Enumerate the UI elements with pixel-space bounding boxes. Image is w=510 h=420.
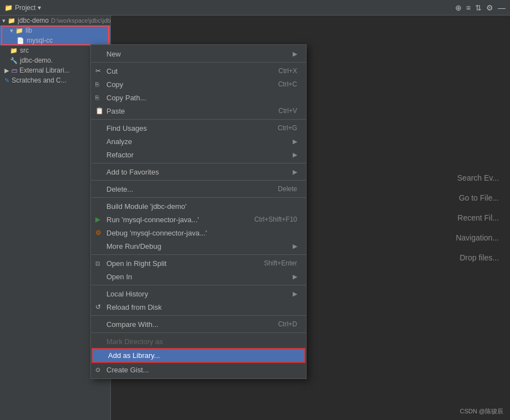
separator-9 (91, 332, 306, 333)
settings-icon[interactable]: ⚙ (486, 3, 493, 12)
jdbc-file-icon: 🔧 (10, 57, 18, 64)
gist-icon: ⊙ (95, 366, 100, 373)
paste-shortcut: Ctrl+V (267, 107, 297, 115)
hint-recent: Recent Fil... (456, 213, 499, 222)
lib-folder-icon: 📁 (16, 27, 23, 34)
delete-shortcut: Delete (267, 185, 297, 193)
toolbar: 📁 Project ▾ ⊕ ≡ ⇅ ⚙ — (0, 0, 510, 16)
cut-shortcut: Ctrl+X (267, 67, 297, 75)
refactor-arrow: ▶ (293, 151, 297, 158)
hint-nav: Navigation... (456, 233, 499, 242)
menu-item-add-favorites[interactable]: Add to Favorites ▶ (91, 165, 306, 178)
menu-item-build-module[interactable]: Build Module 'jdbc-demo' (91, 199, 306, 213)
copy-path-icon: ⎘ (95, 94, 99, 101)
menu-item-open-in[interactable]: Open In ▶ (91, 270, 306, 283)
menu-item-open-right[interactable]: ⊡ Open in Right Split Shift+Enter (91, 257, 306, 270)
find-usages-label: Find Usages (106, 124, 147, 132)
root-folder-icon: 📁 (8, 17, 16, 24)
menu-item-copy[interactable]: ⎘ Copy Ctrl+C (91, 78, 306, 91)
debug-label: Debug 'mysql-connector-java...' (106, 229, 207, 237)
copy-shortcut: Ctrl+C (267, 80, 297, 88)
collapse-icon[interactable]: ≡ (466, 3, 471, 12)
copy-label: Copy (106, 80, 123, 89)
local-history-arrow: ▶ (293, 290, 297, 298)
analyze-arrow: ▶ (293, 138, 297, 145)
menu-item-more-run[interactable]: More Run/Debug ▶ (91, 239, 306, 253)
mark-dir-label: Mark Directory as (106, 337, 163, 346)
expand-icon[interactable]: ⇅ (475, 3, 482, 12)
delete-label: Delete... (106, 185, 133, 193)
menu-item-cut[interactable]: ✂ Cut Ctrl+X (91, 64, 306, 78)
menu-item-run[interactable]: ▶ Run 'mysql-connector-java...' Ctrl+Shi… (91, 213, 306, 226)
root-label: jdbc-demo (18, 17, 49, 24)
open-right-icon: ⊡ (95, 260, 100, 267)
open-right-shortcut: Shift+Enter (253, 259, 297, 267)
compare-label: Compare With... (106, 320, 159, 329)
menu-item-create-gist[interactable]: ⊙ Create Gist... (91, 363, 306, 376)
copy-icon: ⎘ (95, 81, 99, 88)
open-right-label: Open in Right Split (106, 259, 166, 268)
cut-icon: ✂ (95, 67, 101, 75)
editor-hints: Search Ev... Go to File... Recent Fil...… (456, 173, 499, 262)
menu-item-mark-dir: Mark Directory as (91, 335, 306, 348)
separator-3 (91, 163, 306, 163)
copy-path-label: Copy Path... (106, 94, 146, 102)
reload-icon: ↺ (95, 303, 101, 311)
watermark: CSDN @陈骏辰 (460, 407, 503, 416)
menu-item-debug[interactable]: ⚙ Debug 'mysql-connector-java...' (91, 226, 306, 239)
tree-item-root[interactable]: ▾ 📁 jdbc-demo D:\workspace\jdbc\jdbc-dem… (0, 16, 110, 25)
menu-item-add-library[interactable]: Add as Library... (91, 348, 305, 363)
run-icon: ▶ (95, 216, 100, 223)
menu-item-new[interactable]: New ▶ (91, 47, 306, 60)
debug-icon: ⚙ (95, 229, 101, 237)
scratches-label: Scratches and C... (12, 76, 67, 84)
menu-item-refactor[interactable]: Refactor ▶ (91, 148, 306, 161)
jdbc-label: jdbc-demo. (20, 57, 53, 64)
menu-item-compare[interactable]: Compare With... Ctrl+D (91, 317, 306, 331)
separator-8 (91, 315, 306, 316)
src-label: src (20, 47, 29, 54)
ext-arrow: ▶ (4, 67, 9, 74)
hint-goto: Go to File... (456, 193, 499, 202)
tree-item-lib[interactable]: ▾ 📁 lib (0, 25, 110, 35)
more-run-label: More Run/Debug (106, 242, 161, 250)
separator-5 (91, 197, 306, 198)
analyze-label: Analyze (106, 137, 132, 146)
create-gist-label: Create Gist... (106, 366, 149, 374)
dropdown-icon[interactable]: ▾ (38, 4, 41, 12)
add-favorites-label: Add to Favorites (106, 168, 159, 176)
paste-label: Paste (106, 107, 125, 115)
menu-item-find-usages[interactable]: Find Usages Ctrl+G (91, 121, 306, 135)
hint-search: Search Ev... (456, 173, 499, 182)
menu-item-reload[interactable]: ↺ Reload from Disk (91, 300, 306, 314)
new-label: New (106, 50, 121, 58)
expand-arrow-lib: ▾ (10, 27, 13, 34)
run-shortcut: Ctrl+Shift+F10 (243, 216, 297, 223)
more-run-arrow: ▶ (293, 243, 297, 250)
paste-icon: 📋 (95, 107, 104, 115)
separator-1 (91, 62, 306, 63)
add-favorites-arrow: ▶ (293, 168, 297, 176)
menu-item-delete[interactable]: Delete... Delete (91, 182, 306, 196)
menu-item-paste[interactable]: 📋 Paste Ctrl+V (91, 104, 306, 117)
ext-lib-icon: 🗃 (11, 67, 17, 74)
lib-label: lib (26, 27, 32, 34)
project-label: Project (15, 4, 35, 12)
menu-item-local-history[interactable]: Local History ▶ (91, 287, 306, 300)
reload-label: Reload from Disk (106, 303, 162, 311)
open-in-label: Open In (106, 273, 132, 281)
local-history-label: Local History (106, 290, 148, 298)
context-menu: New ▶ ✂ Cut Ctrl+X ⎘ Copy Ctrl+C ⎘ Copy … (90, 44, 307, 379)
watermark-text: CSDN @陈骏辰 (460, 408, 503, 414)
menu-item-analyze[interactable]: Analyze ▶ (91, 135, 306, 148)
open-in-arrow: ▶ (293, 273, 297, 280)
sync-icon[interactable]: ⊕ (455, 3, 462, 12)
minimize-icon[interactable]: — (498, 3, 506, 12)
run-label: Run 'mysql-connector-java...' (106, 216, 199, 224)
toolbar-title: 📁 Project ▾ (4, 4, 41, 12)
new-arrow: ▶ (293, 50, 297, 58)
mysql-label: mysql-cc (27, 37, 53, 44)
separator-6 (91, 254, 306, 255)
menu-item-copy-path[interactable]: ⎘ Copy Path... (91, 91, 306, 104)
build-module-label: Build Module 'jdbc-demo' (106, 202, 186, 211)
